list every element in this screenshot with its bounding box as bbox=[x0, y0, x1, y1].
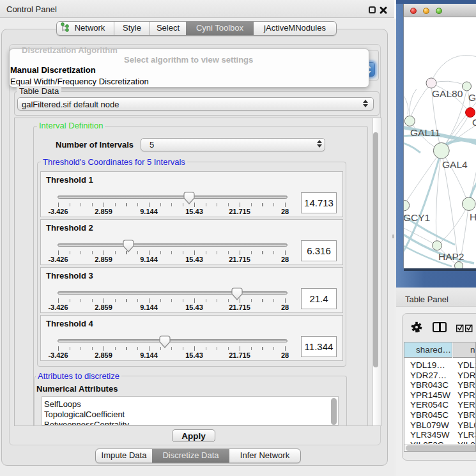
svg-text:GAL80: GAL80 bbox=[432, 88, 463, 99]
svg-text:H: H bbox=[470, 211, 476, 222]
svg-text:HAP2: HAP2 bbox=[438, 251, 464, 262]
svg-text:GA: GA bbox=[468, 92, 476, 103]
svg-text:GAL4: GAL4 bbox=[442, 159, 468, 170]
svg-text:GAL11: GAL11 bbox=[410, 127, 440, 138]
svg-text:C: C bbox=[472, 117, 476, 128]
svg-text:GCY1: GCY1 bbox=[404, 212, 430, 223]
